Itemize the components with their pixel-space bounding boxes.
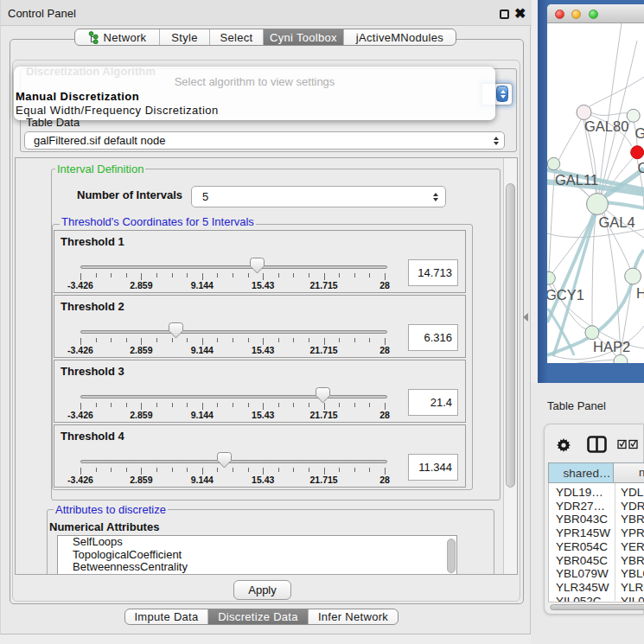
- svg-text:GAL11: GAL11: [555, 172, 598, 188]
- svg-text:HI: HI: [636, 285, 644, 301]
- svg-text:C: C: [638, 160, 644, 175]
- svg-text:HAP2: HAP2: [593, 339, 630, 354]
- svg-text:GA: GA: [635, 125, 644, 141]
- svg-text:GAL4: GAL4: [599, 214, 635, 230]
- svg-text:GAL80: GAL80: [584, 118, 628, 134]
- svg-text:GCY1: GCY1: [547, 287, 584, 303]
